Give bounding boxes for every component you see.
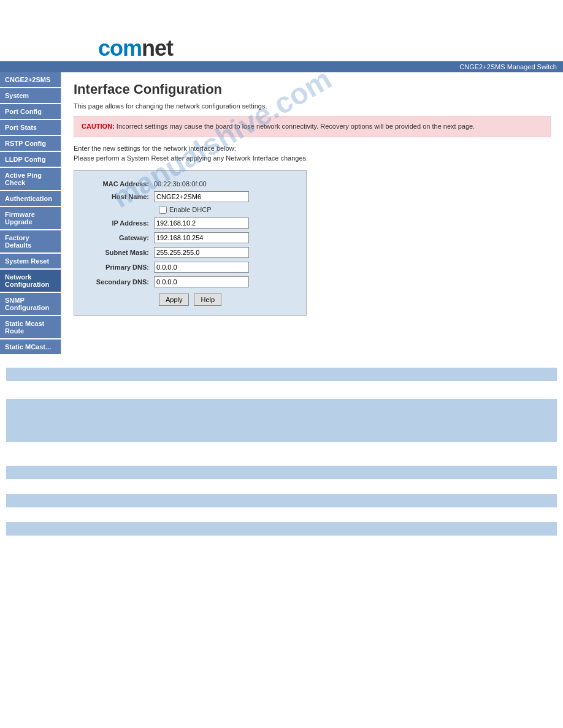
stripe-3 bbox=[6, 466, 557, 479]
page-desc: This page allows for changing the networ… bbox=[74, 102, 551, 110]
header: comnet bbox=[0, 0, 563, 61]
logo-net: net bbox=[142, 36, 173, 61]
caution-text: Incorrect settings may cause the board t… bbox=[117, 123, 475, 130]
host-name-label: Host Name: bbox=[86, 193, 154, 200]
sidebar-item-active-ping[interactable]: Active Ping Check bbox=[0, 168, 61, 190]
host-name-row: Host Name: bbox=[86, 191, 294, 202]
ip-address-label: IP Address: bbox=[86, 219, 154, 227]
sidebar-item-port-stats[interactable]: Port Stats bbox=[0, 120, 61, 135]
sidebar-item-authentication[interactable]: Authentication bbox=[0, 191, 61, 206]
ip-address-input[interactable] bbox=[154, 218, 249, 229]
enable-dhcp-label: Enable DHCP bbox=[169, 206, 211, 213]
help-button[interactable]: Help bbox=[194, 294, 221, 306]
instruction2: Please perform a System Reset after appl… bbox=[74, 154, 551, 162]
primary-dns-label: Primary DNS: bbox=[86, 264, 154, 271]
stripe-1 bbox=[6, 368, 557, 381]
sidebar-item-system-reset[interactable]: System Reset bbox=[0, 254, 61, 268]
title-bar: CNGE2+2SMS Managed Switch bbox=[0, 61, 563, 72]
logo: comnet bbox=[98, 36, 173, 61]
sidebar-item-factory-defaults[interactable]: Factory Defaults bbox=[0, 230, 61, 252]
secondary-dns-input[interactable] bbox=[154, 276, 249, 287]
subnet-mask-input[interactable] bbox=[154, 247, 249, 258]
instruction1: Enter the new settings for the network i… bbox=[74, 145, 551, 152]
mac-address-value: 00:22:3b:08:0f:00 bbox=[154, 180, 207, 188]
title-bar-text: CNGE2+2SMS Managed Switch bbox=[459, 63, 557, 70]
mac-address-label: MAC Address: bbox=[86, 180, 154, 188]
sidebar: CNGE2+2SMS System Port Config Port Stats… bbox=[0, 72, 61, 355]
enable-dhcp-checkbox[interactable] bbox=[159, 206, 167, 214]
enable-dhcp-row: Enable DHCP bbox=[159, 206, 294, 214]
caution-label: CAUTION: bbox=[82, 123, 115, 130]
sidebar-item-cnge2[interactable]: CNGE2+2SMS bbox=[0, 72, 61, 87]
secondary-dns-row: Secondary DNS: bbox=[86, 276, 294, 287]
sidebar-item-static-mcast2[interactable]: Static MCast... bbox=[0, 339, 61, 354]
sidebar-item-lldp-config[interactable]: LLDP Config bbox=[0, 152, 61, 167]
subnet-mask-label: Subnet Mask: bbox=[86, 249, 154, 256]
ip-address-row: IP Address: bbox=[86, 218, 294, 229]
stripe-4 bbox=[6, 494, 557, 507]
caution-box: CAUTION: Incorrect settings may cause th… bbox=[74, 116, 551, 137]
stripe-2 bbox=[6, 399, 557, 442]
interface-form: MAC Address: 00:22:3b:08:0f:00 Host Name… bbox=[74, 170, 307, 316]
stripe-5 bbox=[6, 522, 557, 536]
sidebar-item-system[interactable]: System bbox=[0, 88, 61, 103]
gateway-input[interactable] bbox=[154, 232, 249, 243]
sidebar-item-port-config[interactable]: Port Config bbox=[0, 104, 61, 119]
host-name-input[interactable] bbox=[154, 191, 249, 202]
primary-dns-row: Primary DNS: bbox=[86, 262, 294, 273]
content-area: manualshive.com Interface Configuration … bbox=[61, 72, 563, 355]
gateway-label: Gateway: bbox=[86, 234, 154, 241]
secondary-dns-label: Secondary DNS: bbox=[86, 278, 154, 286]
sidebar-item-static-mcast[interactable]: Static Mcast Route bbox=[0, 316, 61, 338]
apply-button[interactable]: Apply bbox=[159, 294, 190, 306]
gateway-row: Gateway: bbox=[86, 232, 294, 243]
sidebar-item-firmware-upgrade[interactable]: Firmware Upgrade bbox=[0, 207, 61, 229]
mac-address-row: MAC Address: 00:22:3b:08:0f:00 bbox=[86, 180, 294, 188]
stripe-sections bbox=[0, 355, 563, 550]
sidebar-item-snmp-config[interactable]: SNMP Configuration bbox=[0, 293, 61, 315]
page-title: Interface Configuration bbox=[74, 82, 551, 97]
sidebar-item-network-config[interactable]: Network Configuration bbox=[0, 270, 61, 292]
primary-dns-input[interactable] bbox=[154, 262, 249, 273]
button-row: Apply Help bbox=[86, 294, 294, 306]
sidebar-item-rstp-config[interactable]: RSTP Config bbox=[0, 136, 61, 151]
main-layout: CNGE2+2SMS System Port Config Port Stats… bbox=[0, 72, 563, 355]
logo-com: com bbox=[98, 36, 142, 61]
subnet-mask-row: Subnet Mask: bbox=[86, 247, 294, 258]
